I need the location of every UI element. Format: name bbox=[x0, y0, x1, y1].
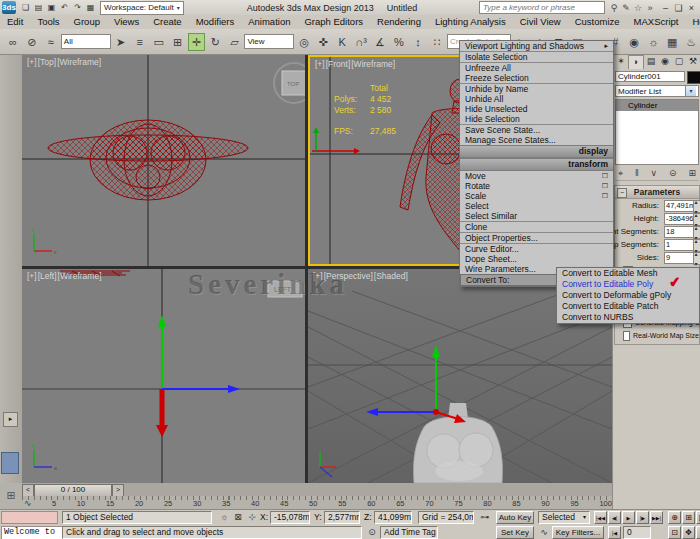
select-object-icon[interactable]: ➤ bbox=[112, 33, 130, 51]
maxscript-listener-line[interactable] bbox=[1, 511, 58, 524]
menu-item[interactable]: Animation bbox=[241, 15, 297, 29]
mini-curve-editor-icon[interactable]: ∿ bbox=[24, 498, 38, 508]
angle-snap-icon[interactable]: ∡ bbox=[371, 33, 389, 51]
use-pivot-center-icon[interactable]: ◎ bbox=[295, 33, 313, 51]
select-and-move-icon[interactable]: ✛ bbox=[188, 33, 206, 51]
track-bar[interactable]: 5101520253035404550556065707580859095100 bbox=[22, 496, 612, 510]
quad-menu-item[interactable]: Clone bbox=[460, 221, 613, 232]
parameter-field[interactable]: -386496,0 bbox=[664, 213, 694, 225]
communication-center-icon[interactable]: ✎ bbox=[620, 3, 632, 13]
favorites-icon[interactable]: ☆ bbox=[632, 3, 644, 13]
quad-menu-item[interactable]: Scale☐ bbox=[460, 191, 613, 201]
maxscript-mini-listener[interactable]: Welcome to bbox=[1, 526, 64, 539]
remove-modifier-icon[interactable]: ⊝ bbox=[669, 167, 677, 180]
workspace-combo[interactable]: Workspace: Default ▾ bbox=[100, 1, 184, 15]
quad-menu-item[interactable]: Dope Sheet... bbox=[460, 254, 613, 264]
menu-item[interactable]: Edit bbox=[0, 15, 30, 29]
quad-menu-item[interactable]: Save Scene State... bbox=[460, 124, 613, 135]
quad-menu-item[interactable]: Hide Selection bbox=[460, 114, 613, 124]
parameter-field[interactable]: 18 bbox=[664, 226, 694, 238]
select-and-manipulate-icon[interactable]: ✜ bbox=[314, 33, 332, 51]
submenu-item[interactable]: Convert to NURBS bbox=[557, 312, 699, 323]
parameter-field[interactable]: 9 bbox=[664, 252, 694, 264]
key-mode-dropdown[interactable]: Selected▾ bbox=[538, 511, 590, 524]
menu-item[interactable]: Customize bbox=[568, 15, 627, 29]
adaptive-degradation-icon[interactable]: ☼ bbox=[218, 511, 230, 524]
close-button[interactable]: × bbox=[685, 3, 698, 13]
select-and-scale-icon[interactable]: ▱ bbox=[225, 33, 243, 51]
x-coordinate-field[interactable]: -15,078mm bbox=[270, 511, 310, 524]
submenu-item[interactable]: Convert to Editable Poly✔ bbox=[557, 279, 699, 290]
menu-item[interactable]: Tools bbox=[30, 15, 66, 29]
left-viewport-label[interactable]: [+][Left][Wireframe] bbox=[27, 271, 103, 281]
menu-item[interactable]: Rendering bbox=[370, 15, 428, 29]
absolute-offset-icon[interactable]: ⊹ bbox=[246, 511, 258, 524]
submenu-item[interactable]: Convert to Editable Patch bbox=[557, 301, 699, 312]
viewport-layout-icon[interactable]: ⊞ bbox=[0, 483, 23, 509]
current-frame-field[interactable]: 0 bbox=[623, 526, 651, 539]
parameter-field[interactable]: 47,491mm bbox=[664, 200, 694, 212]
quad-menu-item[interactable]: Manage Scene States... bbox=[460, 135, 613, 145]
spinner-snap-icon[interactable]: ↕ bbox=[409, 33, 427, 51]
quad-menu-item[interactable]: Isolate Selection bbox=[460, 51, 613, 62]
tab-display[interactable]: ▢ bbox=[672, 55, 686, 69]
select-and-rotate-icon[interactable]: ↻ bbox=[206, 33, 224, 51]
undo-icon[interactable]: ↶ bbox=[58, 2, 71, 14]
zoom-icon[interactable]: ⊕ bbox=[668, 511, 681, 524]
left-viewport[interactable]: [+][Left][Wireframe] bbox=[22, 269, 305, 483]
object-name-field[interactable]: Cylinder001 bbox=[615, 71, 685, 82]
submenu-item[interactable]: Convert to Deformable gPoly bbox=[557, 290, 699, 301]
pin-stack-icon[interactable]: ⌖ bbox=[618, 167, 623, 180]
quad-menu-item[interactable]: Object Properties... bbox=[460, 232, 613, 243]
app-logo-icon[interactable]: 3ds bbox=[2, 1, 16, 14]
layout-flyout-button[interactable]: ▸ bbox=[3, 412, 18, 427]
quad-menu-item[interactable]: Unhide by Name bbox=[460, 83, 613, 94]
percent-snap-icon[interactable]: % bbox=[390, 33, 408, 51]
quad-menu-item[interactable]: Freeze Selection bbox=[460, 73, 613, 83]
bind-to-space-warp-icon[interactable]: ≈ bbox=[42, 33, 60, 51]
tab-motion[interactable]: ◉ bbox=[658, 55, 672, 69]
selection-filter-combo[interactable]: All bbox=[61, 34, 111, 49]
save-file-icon[interactable]: ▣ bbox=[45, 2, 58, 14]
make-unique-icon[interactable]: ∨ bbox=[651, 167, 658, 180]
tab-create[interactable]: ✶ bbox=[614, 55, 628, 69]
configure-modifier-sets-icon[interactable]: ⊞ bbox=[688, 167, 696, 180]
quad-menu-item[interactable]: Unhide All bbox=[460, 94, 613, 104]
select-and-link-icon[interactable]: ∞ bbox=[4, 33, 22, 51]
render-setup-icon[interactable]: ☼ bbox=[644, 33, 662, 51]
restore-button[interactable]: ❏ bbox=[672, 3, 685, 13]
time-slider-track[interactable]: < 0 / 100 > bbox=[22, 483, 612, 497]
menu-item[interactable]: Views bbox=[107, 15, 146, 29]
quad-menu-item[interactable]: Move☐ bbox=[460, 171, 613, 181]
quad-menu-item[interactable]: Select Similar bbox=[460, 211, 613, 221]
menu-item[interactable]: Graph Editors bbox=[297, 15, 370, 29]
window-crossing-icon[interactable]: ⊞ bbox=[169, 33, 187, 51]
quad-menu-item[interactable]: Unfreeze All bbox=[460, 62, 613, 73]
reference-coordinate-combo[interactable]: View bbox=[244, 34, 294, 49]
play-button[interactable]: ▶ bbox=[622, 511, 635, 524]
menu-item[interactable]: Civil View bbox=[513, 15, 568, 29]
next-frame-button[interactable]: |▶ bbox=[636, 511, 649, 524]
quad-menu-item[interactable]: Curve Editor... bbox=[460, 243, 613, 254]
zoom-all-icon[interactable]: ⊞ bbox=[682, 511, 695, 524]
previous-key-button[interactable]: |◀ bbox=[608, 526, 621, 539]
front-viewport-label[interactable]: [+][Front][Wireframe] bbox=[315, 59, 396, 69]
quad-menu-item[interactable]: Hide Unselected bbox=[460, 104, 613, 114]
show-end-result-icon[interactable]: ‖ bbox=[635, 167, 639, 180]
collapse-icon[interactable]: − bbox=[617, 188, 627, 198]
quad-menu-item[interactable]: Viewport Lighting and Shadows▸ bbox=[460, 41, 613, 51]
rendered-frame-icon[interactable]: ▦ bbox=[663, 33, 681, 51]
rectangular-selection-region-icon[interactable]: ▭ bbox=[150, 33, 168, 51]
z-coordinate-field[interactable]: 41,099mm bbox=[374, 511, 412, 524]
infocenter-more-icon[interactable]: » bbox=[644, 3, 656, 13]
modifier-list-dropdown[interactable]: Modifier List ▾ bbox=[615, 85, 699, 97]
selection-lock-icon[interactable]: ⊠ bbox=[232, 511, 244, 524]
modifier-stack[interactable]: Cylinder bbox=[615, 99, 699, 165]
menu-item[interactable]: Lighting Analysis bbox=[428, 15, 513, 29]
viewport-layout-tab[interactable] bbox=[1, 452, 19, 474]
top-viewport[interactable]: [+][Top][Wireframe] bbox=[22, 55, 305, 266]
open-file-icon[interactable]: ▤ bbox=[32, 2, 45, 14]
go-to-start-button[interactable]: |◀◀ bbox=[594, 511, 607, 524]
menu-item[interactable]: Help bbox=[685, 15, 700, 29]
project-folder-icon[interactable]: ▦ bbox=[84, 2, 97, 14]
